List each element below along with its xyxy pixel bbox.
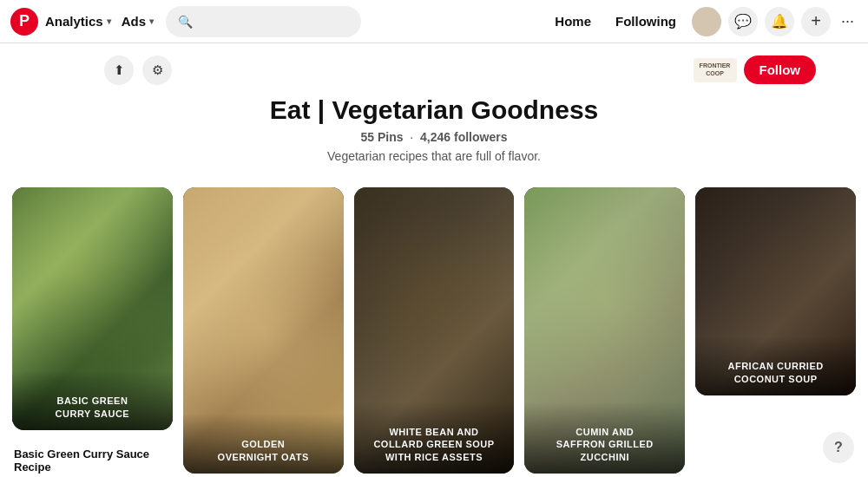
frontier-logo: FRONTIERCOOP	[694, 58, 737, 82]
search-icon: 🔍	[178, 15, 193, 29]
ads-chevron-icon: ▾	[149, 16, 154, 26]
search-input[interactable]	[200, 15, 349, 29]
pinterest-logo[interactable]: P	[10, 8, 38, 36]
ads-label: Ads	[122, 14, 146, 29]
help-button[interactable]: ?	[823, 432, 854, 463]
pin-card-coconut[interactable]: AFRICAN CURRIEDCOCONUT SOUP	[695, 187, 856, 395]
pin-image-soup: WHITE BEAN ANDCOLLARD GREEN SOUPWITH RIC…	[354, 187, 515, 474]
pinterest-icon: P	[19, 12, 30, 30]
analytics-chevron-icon: ▾	[107, 16, 111, 26]
pin-label-soup: WHITE BEAN ANDCOLLARD GREEN SOUPWITH RIC…	[354, 402, 515, 474]
following-nav[interactable]: Following	[607, 14, 685, 29]
help-icon: ?	[834, 440, 843, 455]
plus-icon: +	[811, 11, 821, 31]
home-nav[interactable]: Home	[546, 14, 600, 29]
analytics-nav[interactable]: Analytics ▾	[45, 14, 111, 29]
pin-title-curry: Basic Green Curry Sauce Recipe	[14, 448, 169, 474]
chat-icon: 💬	[734, 13, 752, 29]
settings-icon: ⚙	[152, 62, 163, 78]
pin-grid: BASIC GREENCURRY SAUCE Basic Green Curry…	[0, 172, 868, 477]
pin-column-1: BASIC GREENCURRY SAUCE Basic Green Curry…	[12, 187, 173, 477]
frontier-label: FRONTIERCOOP	[700, 62, 731, 77]
settings-button[interactable]: ⚙	[142, 56, 172, 85]
messages-button[interactable]: 💬	[728, 7, 758, 36]
notifications-button[interactable]: 🔔	[765, 7, 794, 36]
pin-label-curry: BASIC GREENCURRY SAUCE	[12, 370, 173, 430]
board-actions: ⬆ ⚙	[0, 56, 172, 85]
followers-count: 4,246 followers	[420, 130, 507, 144]
pin-image-zucchini: CUMIN ANDSAFFRON GRILLEDZUCCHINI	[524, 187, 685, 474]
follow-area: FRONTIERCOOP Follow	[694, 56, 817, 84]
pin-label-oats: GOLDENOVERNIGHT OATS	[183, 414, 344, 474]
more-button[interactable]: ···	[838, 12, 858, 30]
follow-button[interactable]: Follow	[744, 56, 817, 84]
pin-column-4: CUMIN ANDSAFFRON GRILLEDZUCCHINI	[524, 187, 685, 474]
bell-icon: 🔔	[771, 13, 788, 29]
pin-card-curry[interactable]: BASIC GREENCURRY SAUCE	[12, 187, 173, 430]
add-button[interactable]: +	[801, 7, 831, 36]
ads-nav[interactable]: Ads ▾	[122, 14, 154, 29]
pin-card-zucchini[interactable]: CUMIN ANDSAFFRON GRILLEDZUCCHINI	[524, 187, 685, 474]
pin-caption-curry: Basic Green Curry Sauce Recipe This sauc…	[12, 441, 173, 477]
navbar: P Analytics ▾ Ads ▾ 🔍 Home Following 💬 🔔…	[0, 0, 868, 43]
board-description: Vegetarian recipes that are full of flav…	[327, 149, 541, 163]
pin-column-2: GOLDENOVERNIGHT OATS	[183, 187, 344, 474]
board-meta: 55 Pins · 4,246 followers	[361, 130, 508, 144]
share-button[interactable]: ⬆	[104, 56, 134, 85]
pin-label-zucchini: CUMIN ANDSAFFRON GRILLEDZUCCHINI	[524, 402, 685, 474]
board-header: ⬆ ⚙ FRONTIERCOOP Follow Eat | Vegetarian…	[0, 43, 868, 172]
pin-image-coconut: AFRICAN CURRIEDCOCONUT SOUP	[695, 187, 856, 395]
pins-count: 55 Pins	[361, 130, 404, 144]
avatar[interactable]	[692, 7, 721, 36]
analytics-label: Analytics	[45, 14, 103, 29]
pin-column-5: AFRICAN CURRIEDCOCONUT SOUP	[695, 187, 856, 395]
pin-card-soup[interactable]: WHITE BEAN ANDCOLLARD GREEN SOUPWITH RIC…	[354, 187, 515, 474]
pin-label-coconut: AFRICAN CURRIEDCOCONUT SOUP	[695, 336, 856, 395]
pin-image-oats: GOLDENOVERNIGHT OATS	[183, 187, 344, 474]
search-bar[interactable]: 🔍	[166, 6, 361, 37]
board-title: Eat | Vegetarian Goodness	[270, 95, 599, 125]
pin-card-oats[interactable]: GOLDENOVERNIGHT OATS	[183, 187, 344, 474]
upload-icon: ⬆	[114, 62, 125, 78]
pin-column-3: WHITE BEAN ANDCOLLARD GREEN SOUPWITH RIC…	[354, 187, 515, 477]
pin-image-curry: BASIC GREENCURRY SAUCE	[12, 187, 173, 430]
